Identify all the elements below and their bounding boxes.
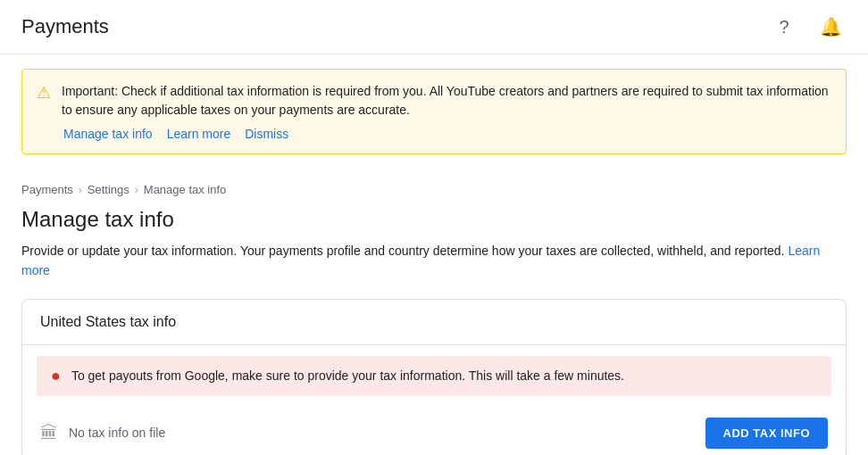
bank-icon: 🏛 (40, 423, 58, 443)
banner-learn-more-link[interactable]: Learn more (167, 127, 231, 141)
breadcrumb-sep-1: › (79, 184, 82, 196)
breadcrumb-manage-tax: Manage tax info (144, 183, 227, 196)
warning-icon: ⚠ (37, 83, 51, 103)
warning-banner: ⚠ Important: Check if additional tax inf… (21, 69, 847, 154)
card-alert: ● To get payouts from Google, make sure … (37, 356, 831, 396)
bell-icon: 🔔 (820, 16, 842, 37)
error-icon: ● (51, 367, 61, 385)
notifications-button[interactable]: 🔔 (814, 11, 847, 43)
card-footer: 🏛 No tax info on file ADD TAX INFO (22, 407, 846, 455)
breadcrumb-payments: Payments (21, 183, 73, 196)
manage-tax-link[interactable]: Manage tax info (63, 127, 153, 141)
banner-text: Important: Check if additional tax infor… (62, 82, 831, 120)
tax-info-card: United States tax info ● To get payouts … (21, 299, 847, 455)
main-content: Payments › Settings › Manage tax info Ma… (0, 169, 868, 455)
breadcrumb: Payments › Settings › Manage tax info (21, 183, 847, 196)
header: Payments ? 🔔 (0, 0, 868, 54)
breadcrumb-sep-2: › (135, 184, 138, 196)
banner-content: ⚠ Important: Check if additional tax inf… (37, 82, 831, 120)
help-button[interactable]: ? (768, 11, 800, 43)
no-tax-label: No tax info on file (69, 426, 165, 440)
banner-links: Manage tax info Learn more Dismiss (37, 127, 831, 141)
page-title: Manage tax info (21, 207, 847, 232)
app-title: Payments (21, 15, 109, 38)
header-actions: ? 🔔 (768, 11, 847, 43)
add-tax-info-button[interactable]: ADD TAX INFO (705, 418, 828, 449)
help-icon: ? (779, 17, 789, 37)
alert-text: To get payouts from Google, make sure to… (71, 367, 624, 385)
card-title: United States tax info (22, 300, 846, 345)
page-description: Provide or update your tax information. … (21, 241, 847, 281)
no-tax-info-row: 🏛 No tax info on file (40, 423, 165, 443)
breadcrumb-settings: Settings (88, 183, 129, 196)
dismiss-link[interactable]: Dismiss (245, 127, 288, 141)
